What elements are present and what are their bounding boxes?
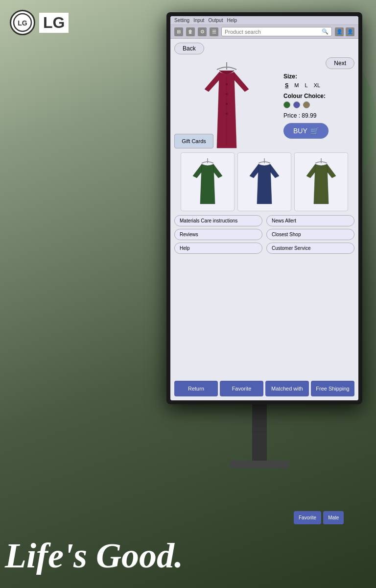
user-icon-1[interactable]: 👤	[335, 27, 344, 36]
price-value: 89.99	[302, 112, 316, 119]
free-shipping-button[interactable]: Free Shipping	[311, 381, 354, 396]
price-section: Price : 89.99	[283, 112, 354, 119]
monitor-stand-pole	[252, 404, 267, 463]
info-col-left: Materials Care instructions Reviews Help	[174, 215, 262, 254]
colour-section: Colour Choice:	[283, 93, 354, 108]
gift-cards-button[interactable]: Gift Cards	[174, 134, 213, 148]
news-button[interactable]: News Allert	[266, 215, 354, 226]
lg-circle-icon: LG	[10, 10, 35, 35]
search-bar[interactable]: 🔍	[221, 27, 332, 36]
product-section: Back	[174, 43, 354, 148]
monitor-stand-base	[230, 461, 289, 468]
return-button[interactable]: Return	[174, 381, 218, 396]
svg-text:LG: LG	[18, 19, 27, 27]
colour-green[interactable]	[283, 101, 290, 108]
size-l[interactable]: L	[304, 82, 309, 89]
partial-mate-button[interactable]: Mate	[323, 511, 344, 524]
search-input[interactable]	[225, 29, 322, 35]
size-options: S M L XL	[283, 82, 354, 89]
related-item-1[interactable]	[181, 152, 235, 211]
menu-item-help[interactable]: Help	[227, 18, 237, 23]
size-m[interactable]: M	[293, 82, 300, 89]
menu-item-setting[interactable]: Setting	[174, 18, 189, 23]
svg-point-4	[226, 83, 228, 85]
reviews-button[interactable]: Reviews	[174, 229, 262, 240]
trash-icon[interactable]: 🗑	[186, 27, 195, 36]
back-button[interactable]: Back	[174, 43, 204, 54]
related-products	[174, 152, 354, 211]
colour-purple[interactable]	[293, 101, 300, 108]
colour-options	[283, 101, 354, 108]
colour-label: Colour Choice:	[283, 93, 354, 99]
related-shirt-green	[188, 157, 227, 206]
grid-icon[interactable]: ⊞	[174, 27, 183, 36]
menu-icon[interactable]: ☰	[210, 27, 218, 36]
lg-logo: LG LG	[10, 10, 69, 35]
action-buttons: Return Favorite Matched with Free Shippi…	[174, 381, 354, 396]
materials-button[interactable]: Materials Care instructions	[174, 215, 262, 226]
product-details: Next Size: S M L XL Colour Choice:	[283, 43, 354, 139]
customer-service-button[interactable]: Customer Service	[266, 243, 354, 254]
svg-point-5	[226, 93, 228, 95]
help-button[interactable]: Help	[174, 243, 262, 254]
related-shirt-navy	[245, 157, 284, 206]
user-icon-2[interactable]: 👤	[346, 27, 354, 36]
brand-tagline: Life's Good.	[5, 538, 183, 573]
size-section: Size: S M L XL	[283, 73, 354, 89]
next-button[interactable]: Next	[326, 57, 354, 69]
lg-brand-text: LG	[39, 13, 69, 33]
settings-icon[interactable]: ⚙	[198, 27, 207, 36]
cart-icon: 🛒	[310, 127, 319, 135]
matched-with-button[interactable]: Matched with	[265, 381, 309, 396]
monitor-screen: Setting Input Output Help ⊞ 🗑 ⚙ ☰ 🔍 👤 👤	[170, 16, 358, 400]
price-label: Price :	[283, 112, 300, 119]
info-col-right: News Allert Closest Shop Customer Servic…	[266, 215, 354, 254]
monitor-frame: Setting Input Output Help ⊞ 🗑 ⚙ ☰ 🔍 👤 👤	[166, 12, 362, 404]
toolbar-right-icons: 👤 👤	[335, 27, 354, 36]
size-xl[interactable]: XL	[312, 82, 322, 89]
size-label: Size:	[283, 73, 354, 80]
svg-point-6	[226, 103, 228, 105]
svg-point-7	[226, 113, 228, 115]
toolbar: ⊞ 🗑 ⚙ ☰ 🔍 👤 👤	[170, 25, 358, 39]
buy-button[interactable]: BUY 🛒	[283, 123, 329, 139]
favorite-button[interactable]: Favorite	[220, 381, 263, 396]
closest-shop-button[interactable]: Closest Shop	[266, 229, 354, 240]
buy-label: BUY	[293, 127, 307, 135]
menu-item-input[interactable]: Input	[193, 18, 204, 23]
menu-item-output[interactable]: Output	[208, 18, 223, 23]
product-image-area: Back	[174, 43, 279, 148]
size-s[interactable]: S	[283, 82, 290, 89]
info-buttons: Materials Care instructions Reviews Help…	[174, 215, 354, 254]
related-item-2[interactable]	[237, 152, 291, 211]
colour-tan[interactable]	[303, 101, 310, 108]
related-item-3[interactable]	[294, 152, 348, 211]
menu-bar: Setting Input Output Help	[170, 16, 358, 25]
search-icon: 🔍	[322, 28, 329, 35]
main-content: Back	[170, 39, 358, 400]
related-shirt-olive	[302, 157, 341, 206]
partial-buttons-area: Favorite Mate	[294, 511, 344, 524]
partial-favorite-button[interactable]: Favorite	[294, 511, 321, 524]
